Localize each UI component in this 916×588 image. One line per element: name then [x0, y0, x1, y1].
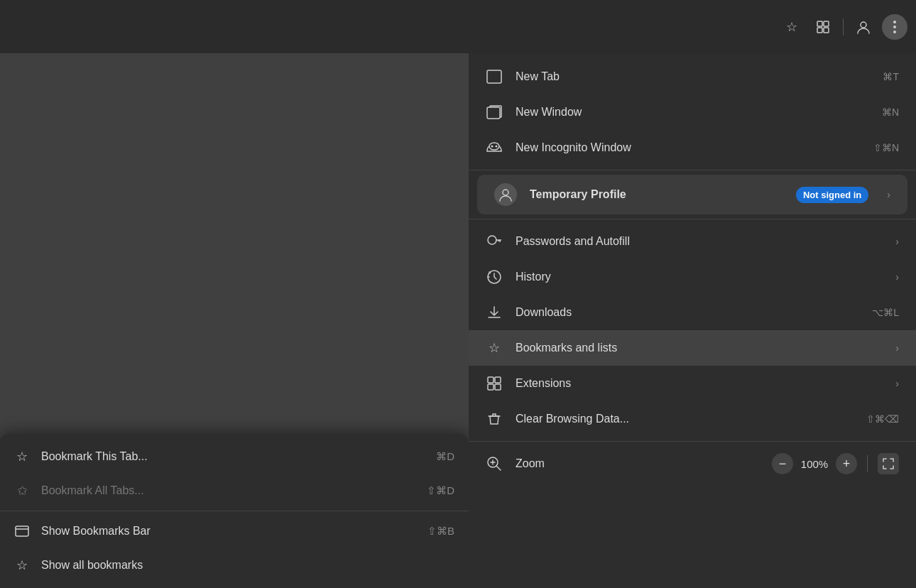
extensions-icon	[486, 375, 503, 392]
zoom-label: Zoom	[516, 457, 759, 470]
separator-3	[469, 441, 916, 442]
svg-rect-10	[487, 70, 501, 83]
bookmarks-item[interactable]: ☆ Bookmarks and lists ›	[469, 330, 916, 366]
extensions-item[interactable]: Extensions ›	[469, 366, 916, 401]
profile-chevron: ›	[887, 189, 890, 200]
zoom-controls: − 100% +	[772, 453, 899, 474]
passwords-item[interactable]: Passwords and Autofill ›	[469, 224, 916, 259]
zoom-value: 100%	[800, 458, 829, 470]
passwords-label: Passwords and Autofill	[516, 235, 877, 248]
show-bar-shortcut: ⇧⌘B	[427, 525, 454, 538]
clear-data-shortcut: ⇧⌘⌫	[866, 413, 899, 425]
clear-data-label: Clear Browsing Data...	[516, 413, 854, 425]
svg-rect-1	[824, 21, 829, 26]
svg-line-26	[497, 467, 501, 471]
history-icon	[486, 268, 503, 285]
svg-rect-11	[487, 107, 500, 119]
new-tab-item[interactable]: New Tab ⌘T	[469, 59, 916, 94]
svg-point-16	[488, 236, 496, 244]
svg-rect-2	[817, 28, 822, 33]
svg-point-6	[893, 26, 896, 28]
svg-rect-24	[495, 384, 501, 390]
new-tab-label: New Tab	[516, 70, 870, 83]
bookmarks-icon: ☆	[486, 339, 503, 356]
bookmark-this-tab-item[interactable]: ☆ Bookmark This Tab... ⌘D	[0, 440, 469, 474]
passwords-chevron: ›	[895, 236, 899, 247]
profile-avatar	[494, 183, 517, 206]
new-window-icon	[486, 104, 503, 121]
new-window-label: New Window	[516, 106, 869, 119]
separator-2	[469, 219, 916, 219]
history-item[interactable]: History ›	[469, 259, 916, 295]
fullscreen-button[interactable]	[878, 453, 899, 474]
svg-rect-0	[817, 21, 822, 26]
new-tab-shortcut: ⌘T	[883, 71, 899, 82]
profile-name: Temporary Profile	[530, 188, 783, 201]
bookmark-toolbar-icon[interactable]: ☆	[779, 14, 805, 40]
new-window-shortcut: ⌘N	[882, 107, 899, 118]
bookmark-all-icon: ✩	[14, 483, 30, 499]
extensions-toolbar-icon[interactable]	[810, 14, 836, 40]
incognito-shortcut: ⇧⌘N	[873, 142, 899, 153]
new-incognito-item[interactable]: New Incognito Window ⇧⌘N	[469, 130, 916, 165]
bookmarks-chevron: ›	[895, 342, 899, 354]
zoom-separator	[867, 455, 868, 472]
incognito-icon	[486, 139, 503, 156]
zoom-row: Zoom − 100% +	[469, 446, 916, 481]
zoom-icon	[486, 455, 503, 472]
new-window-item[interactable]: New Window ⌘N	[469, 94, 916, 130]
downloads-shortcut: ⌥⌘L	[872, 307, 899, 318]
bookmark-all-label: Bookmark All Tabs...	[41, 484, 144, 497]
bookmark-all-tabs-item[interactable]: ✩ Bookmark All Tabs... ⇧⌘D	[0, 474, 469, 508]
zoom-plus-button[interactable]: +	[836, 453, 857, 474]
svg-point-5	[893, 21, 896, 23]
history-chevron: ›	[895, 271, 899, 283]
svg-point-15	[503, 190, 508, 195]
new-tab-icon	[486, 68, 503, 85]
bookmark-tab-icon: ☆	[14, 449, 30, 464]
svg-point-7	[893, 31, 896, 33]
zoom-minus-button[interactable]: −	[772, 453, 793, 474]
submenu-separator-1	[0, 511, 469, 511]
bookmark-tab-label: Bookmark This Tab...	[41, 450, 148, 463]
not-signed-badge: Not signed in	[796, 187, 868, 203]
show-all-label: Show all bookmarks	[41, 559, 143, 572]
svg-rect-23	[488, 384, 494, 390]
profile-toolbar-icon[interactable]	[851, 14, 876, 40]
separator-1	[469, 170, 916, 170]
history-label: History	[516, 271, 877, 283]
show-bar-icon	[14, 523, 30, 539]
clear-data-icon	[486, 410, 503, 428]
svg-rect-21	[488, 377, 494, 383]
downloads-item[interactable]: Downloads ⌥⌘L	[469, 295, 916, 330]
more-menu-icon[interactable]	[882, 14, 907, 40]
show-bookmarks-bar-item[interactable]: Show Bookmarks Bar ⇧⌘B	[0, 514, 469, 548]
browser-toolbar: ☆	[0, 0, 916, 53]
svg-rect-22	[495, 377, 501, 383]
svg-point-12	[489, 143, 499, 150]
bookmark-all-shortcut: ⇧⌘D	[427, 484, 454, 497]
svg-rect-3	[824, 28, 829, 33]
incognito-label: New Incognito Window	[516, 141, 861, 154]
svg-point-4	[861, 22, 866, 28]
extensions-chevron: ›	[895, 378, 899, 389]
show-all-icon: ☆	[14, 557, 30, 573]
toolbar-divider	[843, 18, 844, 36]
bookmark-tab-shortcut: ⌘D	[436, 450, 454, 463]
downloads-label: Downloads	[516, 306, 859, 319]
svg-point-13	[491, 146, 494, 148]
main-context-menu: New Tab ⌘T New Window ⌘N New Incognito W…	[469, 53, 916, 588]
extensions-label: Extensions	[516, 377, 877, 390]
bookmarks-submenu: ☆ Bookmark This Tab... ⌘D ✩ Bookmark All…	[0, 434, 469, 588]
bookmarks-label: Bookmarks and lists	[516, 342, 877, 354]
clear-data-item[interactable]: Clear Browsing Data... ⇧⌘⌫	[469, 401, 916, 437]
passwords-icon	[486, 233, 503, 250]
show-bar-label: Show Bookmarks Bar	[41, 525, 151, 538]
downloads-icon	[486, 304, 503, 321]
profile-item[interactable]: Temporary Profile Not signed in ›	[477, 175, 907, 214]
show-all-bookmarks-item[interactable]: ☆ Show all bookmarks	[0, 548, 469, 582]
svg-point-14	[496, 146, 498, 148]
svg-rect-8	[16, 526, 28, 536]
